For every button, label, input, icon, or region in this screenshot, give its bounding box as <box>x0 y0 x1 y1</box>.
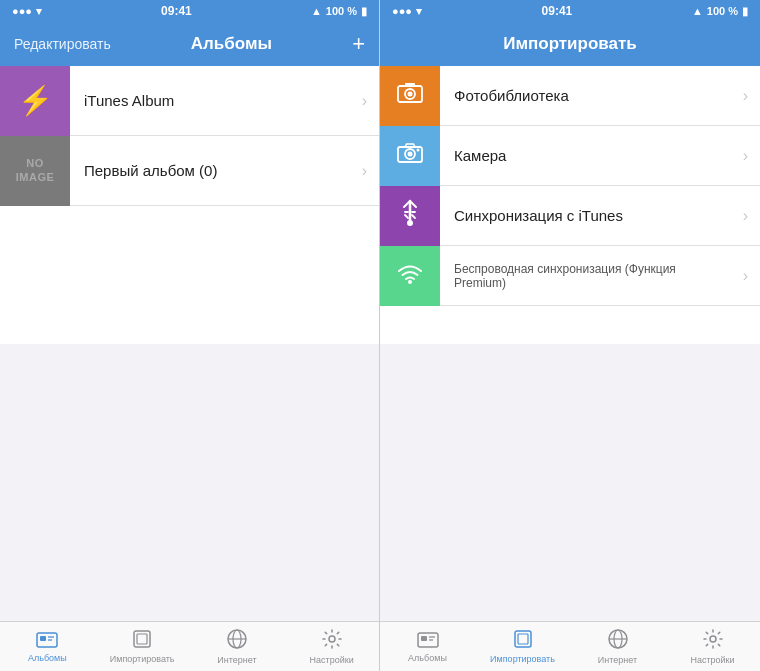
itunes-sync-thumb <box>380 186 440 246</box>
import-item[interactable]: Фотобиблиотека › <box>380 66 760 126</box>
svg-point-12 <box>408 91 413 96</box>
list-item[interactable]: NoImage Первый альбом (0) › <box>0 136 379 206</box>
battery-pct: 100 % <box>707 5 738 17</box>
camera-icon <box>397 142 423 170</box>
svg-point-16 <box>408 151 413 156</box>
left-tab-bar: Альбомы Импортировать Интернет <box>0 621 379 671</box>
first-album-thumb: NoImage <box>0 136 70 206</box>
left-nav-bar: Редактировать Альбомы + <box>0 22 379 66</box>
camera-thumb <box>380 126 440 186</box>
right-status-signal: ●●● ▾ <box>392 5 422 18</box>
battery-icon: ▮ <box>742 5 748 18</box>
itunes-sync-chevron-icon: › <box>743 207 760 225</box>
svg-rect-5 <box>137 634 147 644</box>
signal-icon: ●●● <box>392 5 412 17</box>
internet-tab-label: Интернет <box>217 655 256 665</box>
albums-tab-label: Альбомы <box>28 653 67 663</box>
tab-import[interactable]: Импортировать <box>95 622 190 671</box>
left-nav-add-button[interactable]: + <box>352 33 365 55</box>
svg-point-21 <box>407 220 413 226</box>
photo-library-label: Фотобиблиотека <box>440 87 743 104</box>
camera-chevron-icon: › <box>743 147 760 165</box>
internet-tab-icon <box>226 628 248 653</box>
albums-tab-icon <box>36 630 58 651</box>
right-status-bar: ●●● ▾ 09:41 ▲ 100 % ▮ <box>380 0 760 22</box>
battery-pct: 100 % <box>326 5 357 17</box>
wireless-sync-label: Беспроводная синхронизация (Функция Prem… <box>440 262 743 290</box>
settings-tab-label: Настройки <box>310 655 354 665</box>
photo-library-thumb <box>380 66 440 126</box>
svg-rect-1 <box>40 636 46 641</box>
camera-label: Камера <box>440 147 743 164</box>
settings-tab-label: Настройки <box>690 655 734 665</box>
right-time: 09:41 <box>542 4 573 18</box>
tab-internet[interactable]: Интернет <box>570 622 665 671</box>
photo-icon <box>397 82 423 110</box>
import-tab-label: Импортировать <box>490 654 555 664</box>
tab-albums[interactable]: Альбомы <box>0 622 95 671</box>
right-content-spacer <box>380 344 760 622</box>
signal-icon: ●●● <box>12 5 32 17</box>
svg-rect-32 <box>518 634 528 644</box>
import-tab-label: Импортировать <box>110 654 175 664</box>
left-status-right: ▲ 100 % ▮ <box>311 5 367 18</box>
internet-tab-label: Интернет <box>598 655 637 665</box>
location-icon: ▲ <box>692 5 703 17</box>
import-item[interactable]: Беспроводная синхронизация (Функция Prem… <box>380 246 760 306</box>
itunes-album-label: iTunes Album <box>70 92 362 109</box>
albums-tab-label: Альбомы <box>408 653 447 663</box>
tab-settings[interactable]: Настройки <box>284 622 379 671</box>
list-item[interactable]: ⚡ iTunes Album › <box>0 66 379 136</box>
internet-tab-icon <box>607 628 629 653</box>
right-tab-bar: Альбомы Импортировать Интернет <box>380 621 760 671</box>
tab-internet[interactable]: Интернет <box>190 622 285 671</box>
svg-point-17 <box>417 148 420 151</box>
battery-icon: ▮ <box>361 5 367 18</box>
svg-point-9 <box>329 636 335 642</box>
itunes-album-thumb: ⚡ <box>0 66 70 136</box>
right-status-right: ▲ 100 % ▮ <box>692 5 748 18</box>
left-nav-title: Альбомы <box>191 34 272 54</box>
settings-tab-icon <box>702 628 724 653</box>
import-tab-icon <box>513 629 533 652</box>
itunes-sync-label: Синхронизация с iTunes <box>440 207 743 224</box>
svg-point-26 <box>408 280 412 284</box>
left-content-spacer <box>0 344 379 622</box>
first-album-label: Первый альбом (0) <box>70 162 362 179</box>
right-nav-bar: Импортировать <box>380 22 760 66</box>
import-item[interactable]: Камера › <box>380 126 760 186</box>
first-album-chevron-icon: › <box>362 162 379 180</box>
usb-sync-icon <box>399 199 421 233</box>
tab-albums[interactable]: Альбомы <box>380 622 475 671</box>
tab-import[interactable]: Импортировать <box>475 622 570 671</box>
left-nav-edit-button[interactable]: Редактировать <box>14 36 111 52</box>
wifi-sync-icon <box>397 262 423 290</box>
left-status-signal: ●●● ▾ <box>12 5 42 18</box>
svg-point-36 <box>710 636 716 642</box>
itunes-album-chevron-icon: › <box>362 92 379 110</box>
svg-rect-13 <box>405 83 415 86</box>
usb-icon: ⚡ <box>18 84 53 117</box>
albums-list: ⚡ iTunes Album › NoImage Первый альбом (… <box>0 66 379 344</box>
no-image-label: NoImage <box>16 157 55 183</box>
wifi-icon: ▾ <box>416 5 422 18</box>
albums-tab-icon <box>417 630 439 651</box>
wireless-sync-chevron-icon: › <box>743 267 760 285</box>
right-phone: ●●● ▾ 09:41 ▲ 100 % ▮ Импортировать <box>380 0 760 671</box>
import-item[interactable]: Синхронизация с iTunes › <box>380 186 760 246</box>
left-phone: ●●● ▾ 09:41 ▲ 100 % ▮ Редактировать Альб… <box>0 0 380 671</box>
left-time: 09:41 <box>161 4 192 18</box>
tab-settings[interactable]: Настройки <box>665 622 760 671</box>
settings-tab-icon <box>321 628 343 653</box>
import-tab-icon <box>132 629 152 652</box>
right-nav-title: Импортировать <box>394 34 746 54</box>
svg-rect-28 <box>421 636 427 641</box>
svg-line-24 <box>405 215 408 218</box>
photo-library-chevron-icon: › <box>743 87 760 105</box>
import-list: Фотобиблиотека › Камера › <box>380 66 760 344</box>
wifi-icon: ▾ <box>36 5 42 18</box>
left-status-bar: ●●● ▾ 09:41 ▲ 100 % ▮ <box>0 0 379 22</box>
wireless-sync-thumb <box>380 246 440 306</box>
location-icon: ▲ <box>311 5 322 17</box>
svg-line-25 <box>412 215 415 218</box>
